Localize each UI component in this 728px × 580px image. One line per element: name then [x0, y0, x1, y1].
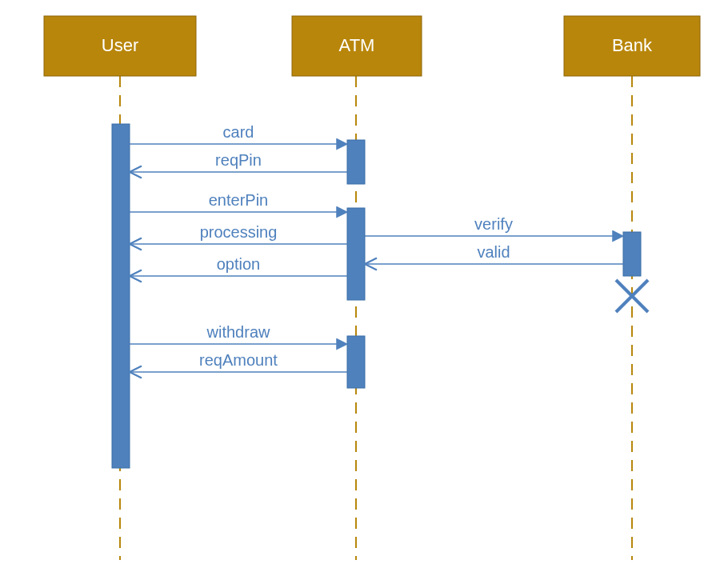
- sequence-diagram: User ATM Bank card reqPin enterPin verif…: [0, 0, 728, 580]
- lifeline-header-atm: ATM: [292, 16, 422, 76]
- message-label-option: option: [217, 255, 261, 273]
- lifeline-header-user: User: [44, 16, 196, 76]
- activation-user: [112, 124, 130, 468]
- message-label-verify: verify: [474, 215, 513, 233]
- lifeline-label-user: User: [102, 35, 138, 55]
- message-label-processing: processing: [200, 223, 278, 241]
- lifeline-label-bank: Bank: [612, 35, 653, 55]
- activation-atm-3: [347, 336, 365, 388]
- message-label-enterPin: enterPin: [209, 191, 269, 209]
- message-label-reqAmount: reqAmount: [199, 351, 278, 369]
- activation-bank: [623, 232, 641, 276]
- message-label-card: card: [223, 123, 254, 141]
- activation-atm-1: [347, 140, 365, 184]
- activation-atm-2: [347, 208, 365, 300]
- lifeline-header-bank: Bank: [564, 16, 700, 76]
- message-label-reqPin: reqPin: [215, 151, 262, 169]
- lifeline-label-atm: ATM: [339, 35, 375, 55]
- message-label-valid: valid: [477, 243, 510, 261]
- message-label-withdraw: withdraw: [206, 323, 270, 341]
